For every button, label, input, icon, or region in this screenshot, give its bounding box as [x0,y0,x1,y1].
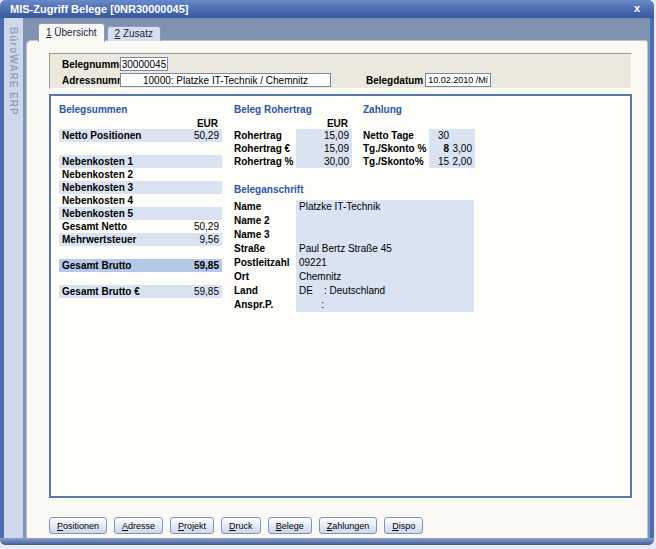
document-header-box: Belegnummer Adressnummer Belegdatum [49,53,632,89]
address-row: Anspr.P. : [234,298,474,312]
tab-bar: 1 Übersicht 2 Zusatz [38,22,161,41]
belegdatum-field[interactable] [425,73,491,87]
address-row: LandDE : Deutschland [234,284,474,298]
table-row: Nebenkosten 3 [59,181,222,194]
table-row: Tg./Skonto%152,00 [363,155,475,168]
brand-vertical-text: BüroWARE ERP [8,27,19,116]
table-row: Rohertrag %30,00 [234,155,352,168]
belegsummen-currency-header: EUR [59,118,222,129]
projekt-button[interactable]: Projekt [170,517,214,534]
belegnummer-field[interactable] [120,57,168,71]
address-row: StraßePaul Bertz Straße 45 [234,242,474,256]
window-titlebar[interactable]: MIS-Zugriff Belege [0NR30000045] x [0,0,654,18]
tab-zusatz[interactable]: 2 Zusatz [107,26,161,41]
address-row: Postleitzahl09221 [234,256,474,270]
adressnummer-field[interactable] [120,73,331,87]
table-row [59,246,222,259]
screen: MIS-Zugriff Belege [0NR30000045] x BüroW… [0,0,656,549]
table-row: Tg./Skonto %83,00 [363,142,475,155]
belegdatum-label: Belegdatum [366,75,423,86]
adresse-button[interactable]: Adresse [114,517,163,534]
workspace: BüroWARE ERP 1 Übersicht 2 Zusatz Belegn… [4,18,650,538]
window-bottom-frame [0,538,654,545]
belegsummen-title: Belegsummen [59,104,222,115]
table-row [59,142,222,155]
tab-page: Belegnummer Adressnummer Belegdatum Bele… [26,40,648,538]
table-row: Rohertrag15,09 [234,129,352,142]
belegsummen-section: Belegsummen EUR Netto Positionen50,29 Ne… [59,104,222,298]
table-row: Rohertrag €15,09 [234,142,352,155]
beleganschrift-section: Beleganschrift NamePlatzke IT-Technik Na… [234,184,474,312]
zahlung-rows: Netto Tage30 Tg./Skonto %83,00 Tg./Skont… [363,129,475,168]
address-row: Name 3 [234,228,474,242]
close-icon[interactable]: x [634,0,640,17]
rohertrag-rows: Rohertrag15,09 Rohertrag €15,09 Rohertra… [234,129,352,168]
belegnummer-label: Belegnummer [62,59,129,70]
druck-button[interactable]: Druck [221,517,261,534]
table-row: Netto Positionen50,29 [59,129,222,142]
table-row: Mehrwertsteuer9,56 [59,233,222,246]
action-button-bar: Positionen Adresse Projekt Druck Belege … [49,517,423,534]
table-row: Nebenkosten 2 [59,168,222,181]
zahlungen-button[interactable]: Zahlungen [319,517,378,534]
table-row: Netto Tage30 [363,129,475,142]
table-row [59,272,222,285]
rohertrag-title: Beleg Rohertrag [234,104,352,115]
address-row: NamePlatzke IT-Technik [234,200,474,214]
table-row: Nebenkosten 5 [59,207,222,220]
document-detail-panel: Belegsummen EUR Netto Positionen50,29 Ne… [49,94,632,498]
address-row: OrtChemnitz [234,270,474,284]
address-row: Name 2 [234,214,474,228]
table-row-gesamt-brutto: Gesamt Brutto59,85 [59,259,222,272]
table-row: Nebenkosten 1 [59,155,222,168]
table-row: Gesamt Netto50,29 [59,220,222,233]
belegsummen-rows: Netto Positionen50,29 Nebenkosten 1 Nebe… [59,129,222,298]
rohertrag-section: Beleg Rohertrag EUR Rohertrag15,09 Roher… [234,104,352,168]
beleganschrift-title: Beleganschrift [234,184,474,195]
beleganschrift-rows: NamePlatzke IT-Technik Name 2 Name 3 Str… [234,200,474,312]
dispo-button[interactable]: Dispo [384,517,423,534]
app-window: MIS-Zugriff Belege [0NR30000045] x BüroW… [0,0,654,545]
positionen-button[interactable]: Positionen [49,517,107,534]
zahlung-section: Zahlung Netto Tage30 Tg./Skonto %83,00 T… [363,104,475,168]
tab-label: 1 Übersicht [46,25,97,41]
tab-label: 2 Zusatz [115,28,153,40]
tab-uebersicht[interactable]: 1 Übersicht [38,23,105,42]
belege-button[interactable]: Belege [268,517,312,534]
table-row: Gesamt Brutto €59,85 [59,285,222,298]
brand-strip: BüroWARE ERP [4,18,23,538]
rohertrag-currency-header: EUR [234,118,352,129]
window-title: MIS-Zugriff Belege [0NR30000045] [10,3,189,15]
zahlung-title: Zahlung [363,104,475,115]
table-row: Nebenkosten 4 [59,194,222,207]
